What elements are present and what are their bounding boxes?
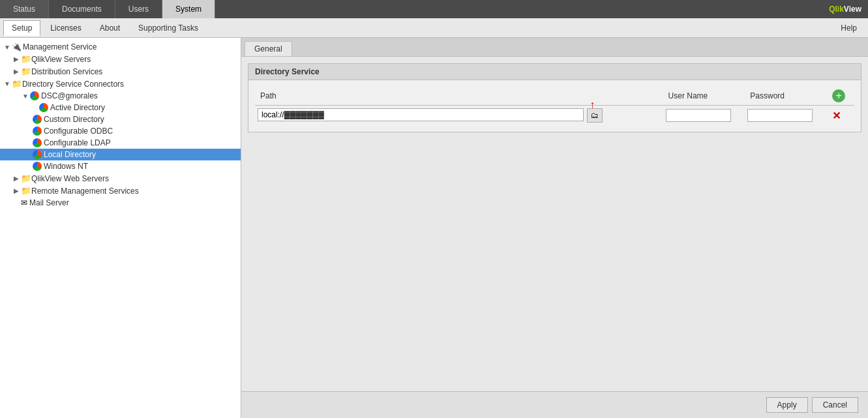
path-input[interactable] [258,108,584,121]
panel-header: Directory Service [248,64,861,80]
password-cell [745,106,827,126]
sidebar-item-active-directory[interactable]: Active Directory [0,102,241,113]
sidebar-item-configurable-ldap[interactable]: Configurable LDAP [0,137,241,149]
subnav-licenses[interactable]: Licenses [42,20,89,36]
sub-nav: Setup Licenses About Supporting Tasks He… [0,18,868,38]
tab-general[interactable]: General [245,41,292,56]
username-cell [663,106,745,126]
sidebar-item-qlikview-servers[interactable]: ▶ 📁 QlikView Servers [0,53,241,65]
sidebar-item-configurable-odbc[interactable]: Configurable ODBC [0,125,241,137]
label-ad: Active Directory [50,103,105,112]
sidebar-item-remote-management-services[interactable]: ▶ 📁 Remote Management Services [0,185,241,197]
sidebar-item-dsc-gmorales[interactable]: ▼ DSC@gmorales [0,90,241,102]
windows-nt-icon [33,162,42,171]
sidebar-item-mail-server[interactable]: ✉ Mail Server [0,197,241,209]
username-input[interactable] [666,109,731,122]
remove-cell: ✕ [827,106,854,126]
cancel-button[interactable]: Cancel [812,397,858,413]
label-ld: Local Directory [44,150,96,159]
browse-icon: 🗂 [591,111,599,120]
tab-status[interactable]: Status [0,0,49,18]
password-input[interactable] [747,109,813,122]
tree-toggle-qwws[interactable]: ▶ [12,175,21,182]
label-ds: Distribution Services [31,67,102,76]
content-body: Directory Service Path User Name Passwor… [241,57,868,231]
sidebar-tree: ▼ 🔌 Management Service ▶ 📁 QlikView Serv… [0,38,241,418]
label-ldap: Configurable LDAP [44,138,111,147]
dsc-gmorales-icon [30,91,39,100]
content-tabs: General [241,38,868,57]
table-row: 🗂 ↑ [255,106,854,126]
active-directory-icon [39,103,48,112]
col-add: + [827,87,854,106]
main-layout: ▼ 🔌 Management Service ▶ 📁 QlikView Serv… [0,38,868,418]
label-qwws: QlikView Web Servers [31,174,109,183]
col-password: Password [745,87,827,106]
tab-users[interactable]: Users [115,0,162,18]
custom-directory-icon [33,115,42,124]
folder-icon-qvs: 📁 [21,54,31,64]
logo-view: View [844,5,861,14]
subnav-supporting-tasks[interactable]: Supporting Tasks [130,20,207,36]
sidebar-item-windows-nt[interactable]: Windows NT [0,160,241,172]
add-row-button[interactable]: + [832,89,845,102]
subnav-about[interactable]: About [91,20,128,36]
ds-table: Path User Name Password + [255,87,854,125]
sidebar-item-directory-service-connectors[interactable]: ▼ 📁 Directory Service Connectors [0,78,241,90]
mail-server-icon: ✉ [21,198,27,207]
tree-toggle-qvs[interactable]: ▶ [12,55,21,63]
label-dsc-g: DSC@gmorales [41,91,98,100]
tab-documents[interactable]: Documents [49,0,115,18]
col-username: User Name [663,87,745,106]
tab-system[interactable]: System [162,0,215,18]
folder-icon-qwws: 📁 [21,173,31,183]
browse-button[interactable]: 🗂 [587,108,603,123]
remove-row-button[interactable]: ✕ [830,109,843,122]
tree-root-label: Management Service [23,42,97,52]
folder-icon-ds: 📁 [21,67,31,76]
sidebar-item-distribution-services[interactable]: ▶ 📁 Distribution Services [0,65,241,78]
panel-body: Path User Name Password + [248,80,861,132]
sidebar-item-local-directory[interactable]: Local Directory [0,149,241,160]
directory-service-panel: Directory Service Path User Name Passwor… [248,63,861,132]
tree-toggle-rms[interactable]: ▶ [12,187,21,194]
label-wnt: Windows NT [44,162,88,171]
label-qvs: QlikView Servers [31,55,91,64]
configurable-ldap-icon [33,138,42,147]
tree-toggle-dsc-g[interactable]: ▼ [21,93,30,100]
tree-toggle-ds[interactable]: ▶ [12,68,21,75]
app-logo: QlikView [822,0,868,18]
folder-icon-rms: 📁 [21,186,31,196]
top-bar: Status Documents Users System QlikView [0,0,868,18]
label-odbc: Configurable ODBC [44,127,113,136]
path-cell: 🗂 ↑ [255,106,663,126]
sidebar-item-qlikview-web-servers[interactable]: ▶ 📁 QlikView Web Servers [0,172,241,185]
local-directory-icon [33,150,42,159]
management-service-icon: 🔌 [12,42,22,52]
subnav-setup[interactable]: Setup [3,20,40,36]
tree-toggle-root[interactable]: ▼ [3,44,12,51]
tree-root[interactable]: ▼ 🔌 Management Service [0,41,241,53]
content-area: General Directory Service Path User Name… [241,38,868,418]
bottom-bar: Apply Cancel [241,391,868,418]
label-ms: Mail Server [29,198,69,207]
col-path: Path [255,87,663,106]
folder-icon-dsc: 📁 [12,79,22,89]
sidebar-item-custom-directory[interactable]: Custom Directory [0,113,241,125]
help-button[interactable]: Help [833,21,865,35]
label-rms: Remote Management Services [31,187,139,196]
label-cd: Custom Directory [44,115,104,124]
label-dsc: Directory Service Connectors [22,80,124,89]
apply-button[interactable]: Apply [766,397,808,413]
configurable-odbc-icon [33,127,42,136]
tree-toggle-dsc[interactable]: ▼ [3,80,12,87]
logo-qlik: Qlik [829,5,844,14]
